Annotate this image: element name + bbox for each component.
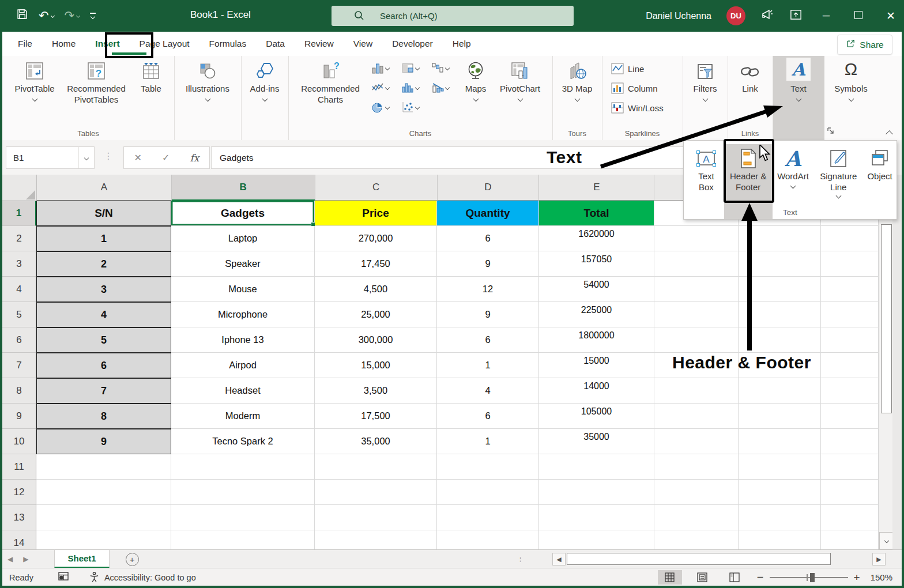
cell-G2[interactable] [739,226,821,251]
row-header-9[interactable]: 9 [2,404,36,429]
cell-G6[interactable] [739,327,821,353]
sparkline-column-button[interactable]: Column [611,82,658,94]
tab-review[interactable]: Review [295,32,344,56]
cell-G13[interactable] [739,505,821,530]
row-header-8[interactable]: 8 [2,378,36,404]
close-button[interactable]: ✕ [882,9,899,22]
cell-G9[interactable] [739,404,821,429]
next-sheet-arrow-icon[interactable]: ▶ [23,555,28,563]
cell-G3[interactable] [739,251,821,277]
cell-B2[interactable]: Laptop [171,226,315,251]
cell-B4[interactable]: Mouse [171,277,315,302]
cell-G11[interactable] [739,454,821,480]
illustrations-button[interactable]: Illustrations [180,58,235,101]
tab-developer[interactable]: Developer [382,32,443,56]
row-header-1[interactable]: 1 [2,201,36,226]
accessibility-status[interactable]: Accessibility: Good to go [104,573,196,582]
row-header-13[interactable]: 13 [2,505,36,530]
cell-A4[interactable]: 3 [36,277,171,302]
zoom-in-button[interactable]: + [854,571,860,584]
accessibility-icon[interactable] [89,571,100,584]
cell-B12[interactable] [171,480,315,505]
cell-C11[interactable] [315,454,437,480]
collapse-ribbon-chevron[interactable] [886,130,893,138]
row-header-2[interactable]: 2 [2,226,36,251]
cell-H6[interactable] [821,327,879,353]
cell-E5[interactable]: 225000 [539,302,654,327]
cell-C12[interactable] [315,480,437,505]
cell-F14[interactable] [654,530,739,549]
insert-pie-chart-button[interactable] [371,101,389,114]
row-header-6[interactable]: 6 [2,327,36,353]
new-sheet-button[interactable]: + [126,553,139,566]
tab-file[interactable]: File [8,32,42,56]
cell-B10[interactable]: Tecno Spark 2 [171,429,315,454]
cell-D4[interactable]: 12 [437,277,539,302]
cell-G5[interactable] [739,302,821,327]
cell-H13[interactable] [821,505,879,530]
cell-G14[interactable] [739,530,821,549]
cell-F9[interactable] [654,404,739,429]
cell-H2[interactable] [821,226,879,251]
cell-B11[interactable] [171,454,315,480]
sheet-tab-sheet1[interactable]: Sheet1 [54,550,109,568]
cell-D8[interactable]: 4 [437,378,539,404]
enter-formula-icon[interactable]: ✓ [162,152,170,163]
cell-A13[interactable] [36,505,171,530]
cell-C13[interactable] [315,505,437,530]
cell-E6[interactable]: 1800000 [539,327,654,353]
column-header-E[interactable]: E [539,175,654,201]
maps-button[interactable]: Maps [459,58,492,101]
cell-D7[interactable]: 1 [437,353,539,378]
customize-qat-chevron[interactable] [90,13,96,18]
cell-H8[interactable] [821,378,879,404]
zoom-level[interactable]: 150% [871,572,892,582]
cell-C9[interactable]: 17,500 [315,404,437,429]
cell-H11[interactable] [821,454,879,480]
insert-combo-chart-button[interactable] [431,81,449,94]
cell-H12[interactable] [821,480,879,505]
cell-C10[interactable]: 35,000 [315,429,437,454]
insert-statistic-chart-button[interactable] [401,81,419,94]
cell-E4[interactable]: 54000 [539,277,654,302]
cell-A10[interactable]: 9 [36,429,171,454]
cell-C14[interactable] [315,530,437,549]
insert-hierarchy-chart-button[interactable] [401,62,419,74]
tab-scroll-splitter[interactable]: ⁞ [519,555,522,564]
cell-E8[interactable]: 14000 [539,378,654,404]
vertical-scrollbar[interactable] [879,175,893,549]
cell-A6[interactable]: 5 [36,327,171,353]
cell-D9[interactable]: 6 [437,404,539,429]
row-header-5[interactable]: 5 [2,302,36,327]
macro-record-icon[interactable] [58,571,69,583]
recommended-charts-button[interactable]: ? Recommended Charts [294,58,367,105]
pivottable-button[interactable]: PivotTable [10,58,59,101]
prev-sheet-arrow-icon[interactable]: ◀ [7,555,13,563]
cell-G12[interactable] [739,480,821,505]
search-input[interactable]: Search (Alt+Q) [332,6,574,26]
normal-view-button[interactable] [658,570,682,585]
cancel-formula-icon[interactable]: ✕ [134,152,142,163]
row-header-14[interactable]: 14 [2,530,36,549]
cell-E2[interactable]: 1620000 [539,226,654,251]
cell-G8[interactable] [739,378,821,404]
row-header-4[interactable]: 4 [2,277,36,302]
user-name[interactable]: Daniel Uchenna [646,11,711,21]
cell-E12[interactable] [539,480,654,505]
cell-A14[interactable] [36,530,171,549]
cell-A1[interactable]: S/N [36,201,171,226]
cell-C6[interactable]: 300,000 [315,327,437,353]
ribbon-display-options-icon[interactable] [789,8,803,24]
filters-button[interactable]: Filters [688,58,722,101]
save-icon[interactable] [16,8,28,22]
insert-line-chart-button[interactable] [371,81,389,94]
vertical-scrollbar-thumb[interactable] [881,224,892,413]
cell-C3[interactable]: 17,450 [315,251,437,277]
cell-A8[interactable]: 7 [36,378,171,404]
column-header-A[interactable]: A [37,175,172,201]
minimize-button[interactable]: ─ [818,10,835,22]
horizontal-scrollbar-thumb[interactable] [567,553,831,565]
cell-B14[interactable] [171,530,315,549]
cell-A2[interactable]: 1 [36,226,171,251]
row-header-12[interactable]: 12 [2,480,36,505]
